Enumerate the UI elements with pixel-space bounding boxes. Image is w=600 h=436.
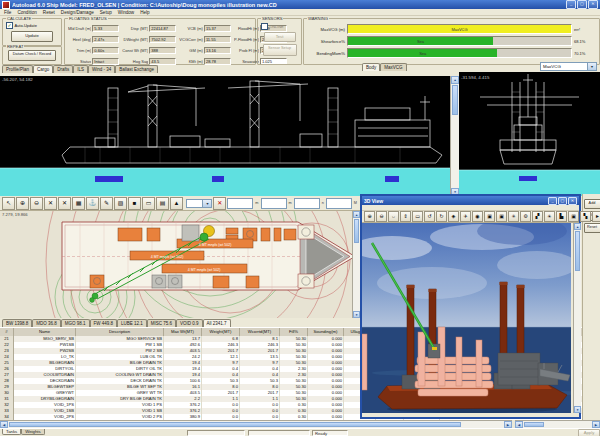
online-checkbox[interactable] — [261, 23, 268, 30]
frame-icon[interactable]: ▭ — [142, 197, 155, 210]
maximize-button[interactable]: ▢ — [558, 197, 567, 205]
view-tab[interactable]: ILS — [73, 65, 88, 73]
texture-icon[interactable]: ▞ — [532, 211, 543, 222]
select-cursor-icon[interactable]: ↖ — [2, 197, 15, 210]
threed-canvas[interactable] — [362, 223, 571, 413]
sensor-setup-button[interactable]: Sensor Setup — [263, 44, 297, 56]
scroll-left-icon[interactable]: ◀ — [0, 421, 8, 428]
zoom-in-icon[interactable]: ⊕ — [364, 211, 375, 222]
scrollbar-thumb[interactable] — [524, 422, 544, 427]
scroll-down-icon[interactable]: ▼ — [353, 311, 360, 318]
plan-dropdown[interactable]: ▼ — [186, 199, 212, 208]
status-field-value[interactable]: 22414.87 — [149, 25, 176, 32]
pick-icon[interactable]: ► — [592, 211, 600, 222]
menu-item[interactable]: Setup — [100, 10, 112, 15]
chevron-down-icon[interactable]: ▼ — [202, 200, 211, 207]
pan-v-icon[interactable]: ⇕ — [400, 211, 411, 222]
zoom-window-icon[interactable]: ▭ — [412, 211, 423, 222]
tank-group-tab[interactable]: LUBE 12.1 — [117, 319, 147, 327]
threed-vertical-scrollbar[interactable]: ▲ ▼ — [573, 223, 581, 413]
view-tab[interactable]: Wind - 34 — [88, 65, 115, 73]
plan-view-scrollbar[interactable]: ▲ ▼ — [352, 211, 360, 318]
tank-group-tab[interactable]: MDO 36.8 — [32, 319, 61, 327]
reset-button[interactable]: Reset — [584, 223, 600, 233]
scroll-up-icon[interactable]: ▲ — [574, 223, 581, 230]
minimize-button[interactable]: _ — [548, 197, 557, 205]
scroll-down-icon[interactable]: ▼ — [574, 406, 581, 413]
maximize-button[interactable]: ▢ — [577, 0, 587, 9]
tank-group-tab[interactable]: FW 449.8 — [90, 319, 118, 327]
apply-button[interactable]: Apply — [578, 429, 600, 436]
settings-icon[interactable]: ⚙ — [520, 211, 531, 222]
status-field-value[interactable]: 2.47s — [92, 36, 119, 43]
menu-item[interactable]: Design/Damage — [61, 10, 94, 15]
scrollbar-thumb[interactable] — [575, 231, 580, 271]
pan-h-icon[interactable]: ⇔ — [388, 211, 399, 222]
swatch-icon[interactable]: ■ — [128, 197, 141, 210]
status-field-value[interactable]: 28.78 — [204, 58, 231, 65]
reset-view-icon[interactable]: ◈ — [448, 211, 459, 222]
scrollbar-thumb[interactable] — [452, 85, 458, 115]
bottom-tab[interactable]: Tanks — [2, 429, 21, 435]
render-icon[interactable]: ▣ — [568, 211, 579, 222]
print-icon[interactable]: ▤ — [156, 197, 169, 210]
close-button[interactable]: ✕ — [588, 0, 598, 9]
datum-check-record-button[interactable]: Datum Check / Record — [8, 50, 56, 61]
scroll-left-icon[interactable]: ◀ — [515, 421, 523, 428]
view-tab[interactable]: Profile/Plan — [2, 65, 33, 73]
status-field-value[interactable]: 7502.92 — [149, 36, 176, 43]
delete-icon[interactable]: ✕ — [44, 197, 57, 210]
tank-group-tab[interactable]: BW 1398.8 — [2, 319, 32, 327]
plan-input-1[interactable] — [227, 198, 253, 209]
auto-update-checkbox[interactable]: ✓ — [6, 22, 13, 29]
grid-icon[interactable]: ▦ — [72, 197, 85, 210]
tank-group-tab[interactable]: VOID 0.9 — [176, 319, 203, 327]
view-tab[interactable]: Drafts — [53, 65, 73, 73]
plan-input-4[interactable] — [326, 198, 352, 209]
scroll-up-icon[interactable]: ▲ — [353, 211, 360, 218]
title-bar[interactable]: Autoload 6.0 Ship Model: FRED_OLSEN | Co… — [0, 0, 600, 9]
plan-input-2[interactable] — [261, 198, 287, 209]
secondary-horizontal-scrollbar[interactable]: ◀ ▶ — [515, 420, 600, 428]
target-icon[interactable]: ◉ — [472, 211, 483, 222]
table-horizontal-scrollbar[interactable]: ◀ ▶ — [0, 420, 512, 428]
menu-item[interactable]: Window — [118, 10, 134, 15]
scrollbar-thumb[interactable] — [354, 219, 359, 243]
add-button[interactable]: Add — [584, 199, 600, 209]
clear-selection-icon[interactable]: ✕ — [213, 197, 226, 210]
view-tab[interactable]: Cargo — [33, 65, 53, 73]
profile-view-scrollbar[interactable]: ▲ ▼ — [450, 76, 459, 196]
right-view-tab[interactable]: MaxVCG — [380, 63, 406, 71]
minimize-button[interactable]: _ — [566, 0, 576, 9]
light-icon[interactable]: ☀ — [544, 211, 555, 222]
scroll-right-icon[interactable]: ▶ — [592, 421, 600, 428]
view-tab[interactable]: Ballast Exchange — [115, 65, 158, 73]
profile-view-canvas[interactable]: -56.207, 54.182 — [0, 76, 450, 196]
menu-item[interactable]: File — [4, 10, 11, 15]
menu-item[interactable]: Reset — [43, 10, 55, 15]
shade-green-icon[interactable]: ▣ — [484, 211, 495, 222]
scroll-right-icon[interactable]: ▶ — [504, 421, 512, 428]
plan-input-3[interactable] — [294, 198, 320, 209]
pointer-icon[interactable]: ▲ — [170, 197, 183, 210]
anchor-icon[interactable]: ⚓ — [86, 197, 99, 210]
edit-icon[interactable]: ✎ — [100, 197, 113, 210]
wire-icon[interactable]: ▚ — [580, 211, 591, 222]
scroll-up-icon[interactable]: ▲ — [451, 76, 459, 84]
status-field-value[interactable]: 43.5 — [149, 58, 176, 65]
tank-group-tab[interactable]: All 2341.7 — [203, 319, 231, 327]
sparkle-icon[interactable]: ✳ — [508, 211, 519, 222]
scrollbar-thumb[interactable] — [9, 422, 461, 427]
plan-view-canvas[interactable]: 7.279, 19.866 — [0, 211, 352, 318]
rotate-left-icon[interactable]: ↺ — [424, 211, 435, 222]
view-mode-dropdown[interactable]: MaxVCG ▼ — [540, 62, 597, 71]
status-field-value[interactable]: 11.55 — [204, 36, 231, 43]
zoom-in-icon[interactable]: ⊕ — [16, 197, 29, 210]
rotate-right-icon[interactable]: ↻ — [436, 211, 447, 222]
body-view-canvas[interactable]: -31.594, 4.415 — [459, 72, 600, 196]
tank-group-tab[interactable]: MISC 75.6 — [147, 319, 176, 327]
erase-icon[interactable]: ✕ — [58, 197, 71, 210]
sensors-test-button[interactable]: Test — [264, 32, 296, 42]
status-field-value[interactable]: 5.33 — [92, 25, 119, 32]
status-field-value[interactable]: 13.16 — [204, 47, 231, 54]
